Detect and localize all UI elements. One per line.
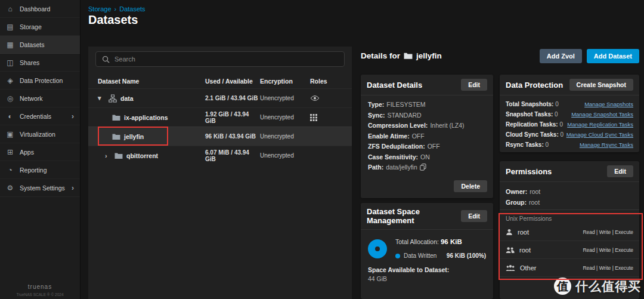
used-available-cell: 96 KiB / 43.94 GiB [205, 133, 260, 140]
sidebar-item-network[interactable]: Network [0, 90, 80, 107]
datasets-icon [6, 41, 14, 49]
chevron-right-icon [72, 184, 74, 192]
encryption-cell: Unencrypted [260, 152, 310, 159]
unix-permission-group-row: root Read | Write | Execute [500, 241, 639, 259]
card-title: Dataset Space Management [367, 207, 461, 225]
field-type: Type: FILESYSTEM [368, 101, 486, 108]
cloud-sync-tasks-row: Cloud Sync Tasks: 0 Manage Cloud Sync Ta… [506, 130, 633, 140]
breadcrumb-storage-link[interactable]: Storage [88, 5, 112, 13]
add-dataset-button[interactable]: Add Dataset [587, 49, 639, 63]
table-header-row: Dataset Name Used / Available Encryption… [88, 74, 352, 88]
used-available-cell: 2.1 GiB / 43.94 GiB [205, 95, 260, 101]
sidebar-item-label: Apps [20, 149, 34, 156]
reporting-icon [6, 166, 14, 174]
chevron-right-icon [72, 112, 74, 121]
sidebar-item-data-protection[interactable]: Data Protection [0, 72, 80, 90]
dataset-name-cell: ix-applications [98, 114, 205, 121]
table-row-data[interactable]: data 2.1 GiB / 43.94 GiB Unencrypted [88, 88, 352, 107]
user-icon [506, 229, 513, 236]
used-available-cell: 6.07 MiB / 43.94 GiB [205, 149, 260, 162]
field-path: Path: data/jellyfin [368, 164, 486, 171]
create-snapshot-button[interactable]: Create Snapshot [569, 79, 633, 91]
sidebar-item-label: Credentials [20, 113, 51, 120]
dataset-details-card: Dataset Details Edit Type: FILESYSTEM Sy… [361, 75, 493, 198]
snapshot-tasks-row: Snapshot Tasks: 0 Manage Snapshot Tasks [506, 109, 633, 119]
card-title: Dataset Details [367, 81, 422, 90]
search-input[interactable] [114, 56, 338, 63]
add-zvol-button[interactable]: Add Zvol [540, 49, 582, 63]
column-header-dataset-name[interactable]: Dataset Name [98, 78, 205, 85]
manage-snapshot-tasks-link[interactable]: Manage Snapshot Tasks [571, 111, 633, 118]
space-management-card: Dataset Space Management Edit Total Allo… [361, 203, 493, 299]
sidebar-item-label: Dashboard [20, 5, 50, 13]
dataset-name: data [120, 95, 134, 102]
field-atime: Enable Atime: OFF [368, 132, 486, 140]
rsync-tasks-row: Rsync Tasks: 0 Manage Rsync Tasks [506, 140, 633, 150]
breadcrumb-datasets-link[interactable]: Datasets [119, 5, 145, 13]
folder-icon [112, 133, 120, 140]
search-icon [102, 56, 110, 63]
sidebar-item-storage[interactable]: Storage [0, 18, 80, 36]
manage-rsync-tasks-link[interactable]: Manage Rsync Tasks [580, 141, 633, 148]
sidebar-item-label: Storage [20, 23, 42, 30]
smzdm-watermark-text: 什么值得买 [575, 278, 641, 295]
sidebar-item-virtualization[interactable]: Virtualization [0, 125, 80, 143]
encryption-cell: Unencrypted [260, 133, 310, 140]
sidebar-item-datasets[interactable]: Datasets [0, 36, 80, 54]
field-compression: Compression Level: Inherit (LZ4) [368, 122, 486, 129]
table-row-qbittorrent[interactable]: qbittorrent 6.07 MiB / 43.94 GiB Unencry… [88, 146, 352, 165]
dashboard-icon [6, 5, 14, 13]
folder-icon [404, 52, 413, 60]
sidebar-item-system-settings[interactable]: System Settings [0, 179, 80, 197]
column-header-roles[interactable]: Roles [310, 78, 348, 85]
roles-cell [310, 95, 348, 101]
data-protection-card-header: Data Protection Create Snapshot [500, 75, 639, 95]
permissions-card-header: Permissions Edit [500, 161, 639, 182]
field-case-sensitivity: Case Sensitivity: ON [368, 153, 486, 161]
data-protection-rows: Total Snapshots: 0 Manage Snapshots Snap… [500, 95, 639, 150]
dataset-tree-icon [109, 94, 117, 103]
unix-permission-other-row: Other Read | Write | Execute [500, 259, 639, 277]
sidebar-item-label: Shares [20, 59, 39, 66]
delete-dataset-button[interactable]: Delete [454, 180, 487, 192]
column-header-used-available[interactable]: Used / Available [205, 78, 260, 85]
encryption-cell: Unencrypted [260, 95, 310, 101]
manage-snapshots-link[interactable]: Manage Snapshots [584, 101, 633, 107]
dataset-name: jellyfin [124, 133, 144, 140]
search-box[interactable] [95, 51, 345, 67]
smzdm-watermark: 值 什么值得买 [554, 278, 641, 295]
sidebar-item-reporting[interactable]: Reporting [0, 161, 80, 179]
sidebar-item-apps[interactable]: Apps [0, 143, 80, 161]
space-available-block: Space Available to Dataset: 44 GiB [361, 264, 493, 285]
table-row-ix-applications[interactable]: ix-applications 1.92 GiB / 43.94 GiB Une… [88, 107, 352, 127]
card-title: Permissions [506, 167, 552, 176]
truenas-logo: truenas [0, 283, 80, 290]
dataset-details-fields: Type: FILESYSTEM Sync: STANDARD Compress… [361, 95, 493, 180]
space-available-label: Space Available to Dataset: [368, 266, 486, 273]
sidebar-item-credentials[interactable]: Credentials [0, 107, 80, 125]
expand-caret-icon[interactable] [98, 94, 105, 102]
table-row-jellyfin[interactable]: jellyfin 96 KiB / 43.94 GiB Unencrypted [88, 127, 352, 146]
edit-space-button[interactable]: Edit [461, 210, 487, 222]
sidebar: Dashboard Storage Datasets Shares Data P… [0, 0, 80, 299]
edit-dataset-details-button[interactable]: Edit [461, 79, 487, 91]
manage-cloud-sync-tasks-link[interactable]: Manage Cloud Sync Tasks [566, 131, 633, 138]
unix-permissions-title: Unix Permissions [500, 210, 639, 223]
sidebar-item-label: System Settings [20, 184, 65, 192]
folder-icon [114, 152, 123, 159]
breadcrumb: StorageDatasets [88, 5, 145, 13]
details-title: Details for [361, 51, 400, 60]
breadcrumb-separator-icon [114, 5, 117, 13]
data-protection-card: Data Protection Create Snapshot Total Sn… [500, 75, 639, 152]
copy-icon[interactable] [420, 164, 426, 171]
expand-chevron-icon[interactable] [105, 152, 111, 159]
column-header-encryption[interactable]: Encryption [260, 78, 310, 85]
sidebar-item-dashboard[interactable]: Dashboard [0, 0, 80, 18]
manage-replication-tasks-link[interactable]: Manage Replication Tasks [567, 121, 633, 128]
allocation-donut-chart [368, 239, 387, 258]
field-dedup: ZFS Deduplication: OFF [368, 143, 486, 150]
space-management-card-header: Dataset Space Management Edit [361, 203, 493, 230]
edit-permissions-button[interactable]: Edit [607, 165, 633, 177]
sidebar-item-shares[interactable]: Shares [0, 54, 80, 72]
total-allocation-value: 96 KiB [441, 238, 462, 245]
